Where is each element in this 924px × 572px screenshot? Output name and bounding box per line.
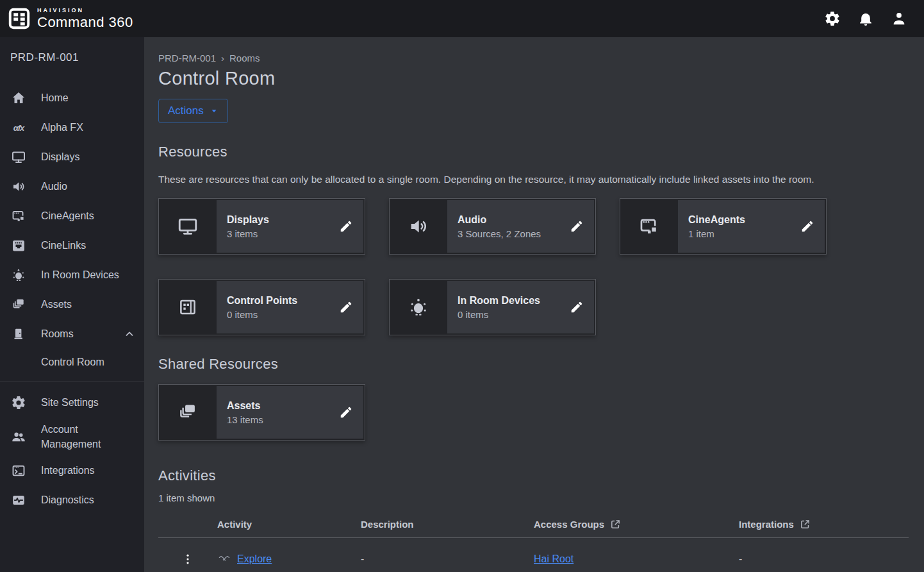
- audio-speaker-icon: [10, 178, 27, 195]
- card-subtitle: 13 items: [227, 414, 330, 425]
- audio-speaker-icon: [390, 199, 447, 254]
- sidebar-item-rooms[interactable]: Rooms: [0, 319, 144, 349]
- people-icon: [10, 428, 27, 445]
- card-subtitle: 3 Sources, 2 Zones: [458, 228, 561, 239]
- sidebar-item-label: Rooms: [41, 326, 74, 341]
- header-actions: [824, 10, 907, 27]
- sidebar-item-label: In Room Devices: [41, 267, 119, 282]
- card-title: Assets: [227, 400, 330, 412]
- cineagents-icon: [620, 199, 678, 254]
- breadcrumb: PRD-RM-001 › Rooms: [158, 53, 909, 63]
- breadcrumb-separator: ›: [221, 53, 224, 63]
- top-bar: HAIVISION Command 360: [0, 0, 924, 37]
- activity-explore-link[interactable]: Explore: [237, 553, 272, 565]
- sidebar-item-home[interactable]: Home: [0, 83, 144, 113]
- alpha-fx-icon: αfx: [10, 119, 27, 136]
- page-title: Control Room: [158, 68, 909, 89]
- edit-pencil-button[interactable]: [800, 219, 816, 234]
- description-cell: -: [361, 553, 534, 565]
- sidebar-item-cinelinks[interactable]: CineLinks: [0, 231, 144, 260]
- display-icon: [10, 149, 27, 165]
- account-person-icon[interactable]: [891, 10, 907, 27]
- home-icon: [10, 90, 27, 106]
- site-name: PRD-RM-001: [0, 51, 144, 64]
- sidebar-item-label: Integrations: [41, 463, 95, 478]
- assets-layers-icon: [10, 296, 27, 313]
- column-header-activity: Activity: [217, 519, 361, 530]
- sidebar-item-label: Site Settings: [41, 395, 99, 410]
- external-link-icon[interactable]: [610, 519, 621, 530]
- shared-resources-heading: Shared Resources: [158, 356, 909, 373]
- display-icon: [159, 199, 217, 254]
- card-title: Displays: [227, 214, 330, 226]
- edit-pencil-button[interactable]: [339, 219, 354, 234]
- card-title: Audio: [458, 214, 561, 226]
- shared-card-assets: Assets 13 items: [158, 384, 365, 441]
- haivision-logo-icon: [8, 7, 31, 30]
- sidebar-item-in-room-devices[interactable]: In Room Devices: [0, 260, 144, 290]
- brand-name: HAIVISION: [37, 8, 133, 13]
- resource-card-displays: Displays 3 items: [158, 198, 365, 255]
- card-body: Control Points 0 items: [217, 281, 363, 333]
- terminal-window-icon: [10, 462, 27, 479]
- sidebar-item-diagnostics[interactable]: Diagnostics: [0, 485, 144, 515]
- assets-layers-icon: [159, 385, 217, 440]
- sidebar-item-integrations[interactable]: Integrations: [0, 456, 144, 485]
- product-name: Command 360: [37, 15, 133, 29]
- card-title: In Room Devices: [458, 295, 561, 307]
- edit-pencil-button[interactable]: [570, 219, 585, 234]
- activities-table-header: Activity Description Access Groups Integ…: [158, 511, 909, 538]
- resource-card-audio: Audio 3 Sources, 2 Zones: [389, 198, 596, 255]
- sidebar-item-label: Audio: [41, 179, 67, 194]
- sidebar-item-cineagents[interactable]: CineAgents: [0, 201, 144, 231]
- sidebar-item-site-settings[interactable]: Site Settings: [0, 388, 144, 417]
- external-link-icon[interactable]: [800, 519, 811, 530]
- notifications-bell-icon[interactable]: [857, 10, 874, 27]
- breadcrumb-current[interactable]: Rooms: [229, 53, 260, 63]
- card-body: In Room Devices 0 items: [447, 281, 594, 333]
- settings-gear-icon[interactable]: [824, 10, 841, 27]
- resources-description: These are resources that can only be all…: [158, 172, 902, 187]
- sidebar-item-label: Alpha FX: [41, 120, 83, 135]
- card-body: Audio 3 Sources, 2 Zones: [447, 200, 594, 253]
- activities-table: Activity Description Access Groups Integ…: [158, 511, 909, 572]
- sidebar-item-control-room[interactable]: Control Room: [0, 349, 144, 376]
- activity-row: Explore - Hai Root -: [158, 538, 909, 572]
- sidebar-item-label: Home: [41, 90, 69, 105]
- resource-card-in-room-devices: In Room Devices 0 items: [389, 279, 596, 335]
- control-points-icon: [159, 280, 217, 335]
- row-kebab-menu-button[interactable]: [181, 552, 194, 566]
- sidebar-item-displays[interactable]: Displays: [0, 142, 144, 172]
- card-subtitle: 0 items: [227, 309, 330, 320]
- actions-button-label: Actions: [168, 105, 204, 117]
- column-header-integrations: Integrations: [739, 519, 909, 530]
- cinelinks-port-icon: [10, 237, 27, 254]
- in-room-devices-icon: [10, 267, 27, 283]
- resource-card-cineagents: CineAgents 1 item: [620, 198, 827, 255]
- edit-pencil-button[interactable]: [339, 405, 354, 420]
- sidebar-item-alpha-fx[interactable]: αfx Alpha FX: [0, 113, 144, 142]
- sidebar-item-audio[interactable]: Audio: [0, 172, 144, 201]
- main-content: PRD-RM-001 › Rooms Control Room Actions …: [144, 37, 924, 572]
- gear-icon: [10, 394, 27, 411]
- sidebar-item-label: CineLinks: [41, 238, 86, 253]
- sidebar-item-assets[interactable]: Assets: [0, 290, 144, 319]
- activities-count: 1 item shown: [158, 492, 909, 503]
- actions-dropdown-button[interactable]: Actions: [158, 99, 228, 123]
- sidebar-item-account-management[interactable]: Account Management: [0, 417, 144, 456]
- card-subtitle: 3 items: [227, 228, 330, 239]
- app-window: HAIVISION Command 360 PRD-RM-001 Home αf…: [0, 0, 924, 572]
- activity-cell: Explore: [217, 553, 361, 565]
- cineagents-icon: [10, 208, 27, 224]
- card-subtitle: 0 items: [458, 309, 561, 320]
- edit-pencil-button[interactable]: [339, 299, 354, 315]
- access-groups-cell: Hai Root: [534, 553, 739, 565]
- access-group-link[interactable]: Hai Root: [534, 553, 573, 564]
- breadcrumb-parent[interactable]: PRD-RM-001: [158, 53, 216, 63]
- card-body: CineAgents 1 item: [678, 200, 825, 253]
- card-subtitle: 1 item: [688, 228, 791, 239]
- edit-pencil-button[interactable]: [570, 299, 585, 315]
- sidebar-item-label: Diagnostics: [41, 492, 94, 507]
- sidebar-item-label: Account Management: [41, 422, 118, 451]
- card-body: Assets 13 items: [217, 386, 363, 439]
